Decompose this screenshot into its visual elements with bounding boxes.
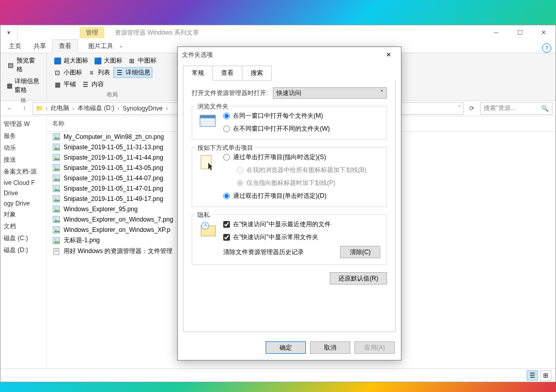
cancel-button[interactable]: 取消 — [310, 341, 350, 354]
privacy-group: 隐私 在"快速访问"中显示最近使用的文件 在"快速访问"中显示常用文件夹 清除文… — [192, 214, 387, 265]
click-items-group: 按如下方式单击项目 通过单击打开项目(指向时选定)(S) 在我的浏览器中给所有图… — [192, 147, 387, 207]
ok-button[interactable]: 确定 — [266, 341, 306, 354]
nav-item[interactable]: 文档 — [1, 221, 47, 232]
crumb-folder[interactable]: SynologyDrive — [121, 105, 163, 112]
nav-item[interactable]: 管理器 W — [1, 118, 47, 130]
nav-item[interactable]: 服务 — [1, 130, 47, 142]
search-input[interactable]: 搜索"资源... 🔍 — [480, 102, 552, 115]
nav-item[interactable]: 对象 — [1, 209, 47, 221]
title-bar: ▾ 管理 资源管理器 Windows 系列文章 ─ ☐ ✕ — [1, 25, 555, 40]
clear-button[interactable]: 清除(C) — [340, 246, 380, 258]
preview-pane-toggle[interactable]: ▤预览窗格 — [5, 55, 42, 75]
view-large[interactable]: 🟦大图标 — [91, 55, 125, 66]
dialog-title: 文件夹选项 — [182, 51, 380, 59]
tab-search-dlg[interactable]: 搜索 — [242, 66, 272, 81]
apply-button[interactable]: 应用(A) — [354, 341, 395, 354]
nav-item[interactable]: 备案文档-源 — [1, 166, 47, 178]
view-content[interactable]: ☰内容 — [79, 79, 106, 90]
crumb-drive[interactable]: 本地磁盘 (D:) — [76, 104, 115, 113]
nav-item[interactable]: ogy Drive — [1, 198, 47, 209]
close-button[interactable]: ✕ — [532, 25, 555, 40]
nav-item[interactable]: 动乐 — [1, 142, 47, 154]
radio-double-click[interactable]: 通过双击打开项目(单击时选定)(D) — [223, 192, 380, 200]
svg-point-3 — [55, 146, 56, 147]
dialog-footer: 确定 取消 应用(A) — [178, 337, 401, 360]
image-file-icon — [52, 133, 60, 141]
document-icon — [52, 247, 60, 256]
radio-same-window[interactable]: 在同一窗口中打开每个文件夹(M) — [223, 112, 380, 120]
content-icon: ☰ — [81, 81, 89, 89]
chevron-down-icon: ˅ — [380, 89, 383, 97]
nav-item[interactable]: 接送 — [1, 154, 47, 166]
view-details[interactable]: ☰详细信息 — [113, 67, 152, 78]
open-explorer-combo[interactable]: 快速访问 ˅ — [273, 87, 387, 99]
search-icon: 🔍 — [541, 105, 549, 112]
image-file-icon — [52, 174, 60, 182]
folder-icon: 📁 — [35, 104, 43, 113]
view-medium[interactable]: ⊞中图标 — [126, 55, 159, 66]
qat-dropdown[interactable]: ▾ — [1, 25, 17, 40]
large-icon: 🟦 — [94, 57, 102, 65]
details-pane-toggle[interactable]: ▦详细信息窗格 — [5, 76, 42, 96]
svg-point-19 — [55, 228, 56, 230]
maximize-button[interactable]: ☐ — [508, 25, 532, 40]
nav-item[interactable]: Drive — [1, 188, 47, 198]
radio-own-window[interactable]: 在不同窗口中打开不同的文件夹(W) — [223, 124, 380, 133]
file-name: 用好 Windows 的资源管理器：文件管理 — [64, 247, 173, 256]
browse-folders-group: 浏览文件夹 在同一窗口中打开每个文件夹(M) 在不同窗口中打开不同的文件夹(W) — [192, 106, 387, 140]
minimize-button[interactable]: ─ — [484, 25, 508, 40]
file-name: Snipaste_2019-11-05_11-43-05.png — [64, 164, 163, 171]
file-name: Snipaste_2019-11-05_11-47-01.png — [64, 185, 163, 192]
privacy-icon — [198, 220, 218, 240]
tab-view[interactable]: 查看 — [52, 39, 78, 53]
view-tiles[interactable]: ▦平铺 — [51, 79, 78, 90]
details-view-button[interactable]: ☰ — [527, 370, 538, 381]
clear-history-label: 清除文件资源管理器历史记录 — [223, 248, 304, 257]
nav-item[interactable]: ive Cloud F — [1, 178, 47, 188]
check-recent-files[interactable]: 在"快速访问"中显示最近使用的文件 — [223, 220, 380, 229]
tab-general[interactable]: 常规 — [183, 66, 213, 81]
view-extra-large[interactable]: 🟦超大图标 — [51, 55, 90, 66]
tab-home[interactable]: 主页 — [3, 40, 27, 53]
svg-point-17 — [55, 218, 56, 219]
nav-up[interactable]: ↑ — [18, 102, 30, 115]
browse-icon — [198, 112, 218, 131]
status-bar: ☰ ⊞ — [1, 368, 555, 382]
image-file-icon — [52, 153, 60, 162]
image-file-icon — [52, 215, 60, 224]
tab-picture-tools[interactable]: 图片工具 — [82, 40, 119, 53]
dialog-title-bar: 文件夹选项 ✕ — [178, 47, 401, 62]
file-name: Snipaste_2019-11-05_11-44-07.png — [64, 175, 163, 182]
file-name: Snipaste_2019-11-05_11-49-17.png — [64, 195, 163, 202]
tab-view-dlg[interactable]: 查看 — [212, 66, 242, 81]
thumbnails-view-button[interactable]: ⊞ — [540, 370, 551, 381]
image-file-icon — [52, 195, 60, 203]
nav-back[interactable]: ← — [4, 102, 16, 115]
nav-item[interactable]: 磁盘 (D:) — [1, 244, 47, 256]
file-name: Windows_Explorer_on_Windows_7.png — [64, 216, 173, 223]
file-name: My_Computer_in_Win98_zh_cn.png — [64, 133, 164, 140]
crumb-pc[interactable]: 此电脑 — [50, 104, 70, 113]
folder-options-dialog: 文件夹选项 ✕ 常规 查看 搜索 打开文件资源管理器时打开: 快速访问 ˅ 浏览… — [177, 46, 401, 360]
navigation-pane[interactable]: 管理器 W服务动乐接送备案文档-源ive Cloud FDriveogy Dri… — [1, 116, 47, 368]
file-name: Snipaste_2019-11-05_11-31-13.png — [64, 144, 163, 151]
check-frequent-folders[interactable]: 在"快速访问"中显示常用文件夹 — [223, 233, 380, 242]
dialog-close-button[interactable]: ✕ — [380, 49, 397, 61]
nav-item[interactable]: 磁盘 (C:) — [1, 232, 47, 244]
collapse-ribbon-icon[interactable]: ˄ — [119, 45, 122, 53]
address-dropdown-icon[interactable]: ˅ — [458, 105, 461, 112]
tab-share[interactable]: 共享 — [27, 40, 52, 53]
restore-defaults-button[interactable]: 还原默认值(R) — [330, 272, 387, 285]
svg-point-1 — [55, 135, 56, 137]
dialog-body: 打开文件资源管理器时打开: 快速访问 ˅ 浏览文件夹 在同一窗口中打开每个文件夹… — [183, 80, 396, 332]
radio-single-click[interactable]: 通过单击打开项目(指向时选定)(S) — [223, 153, 380, 162]
list-icon: ≡ — [87, 69, 96, 77]
contextual-tab[interactable]: 管理 — [80, 27, 104, 38]
svg-point-7 — [55, 166, 56, 168]
svg-point-9 — [55, 177, 56, 178]
help-icon[interactable]: ? — [542, 43, 551, 53]
view-list[interactable]: ≡列表 — [85, 67, 112, 78]
image-file-icon — [52, 184, 60, 193]
refresh-button[interactable]: ⟳ — [466, 102, 478, 115]
view-small[interactable]: ⊡小图标 — [51, 67, 84, 78]
